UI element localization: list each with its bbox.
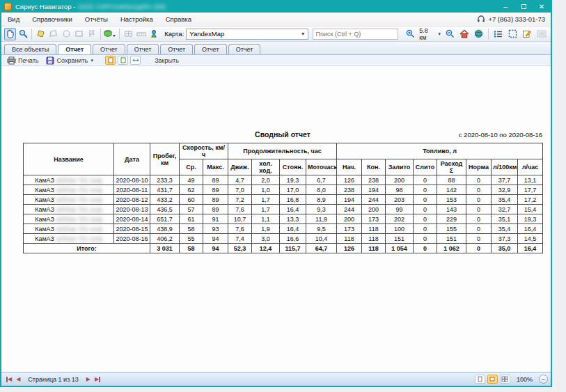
tab-active[interactable]: Отчет [58,44,91,54]
draw-rect-button[interactable] [73,28,84,40]
col-speed-max: Макс. [203,159,228,175]
map-select[interactable]: YandexMap ▼ [186,29,308,40]
selection-area-button[interactable] [506,28,519,40]
menu-item[interactable]: Вид [1,13,26,26]
value-cell: 37,3 [492,234,518,244]
value-cell: 89 [203,185,228,195]
total-label-cell: Итого: [24,244,150,253]
poi-button[interactable] [148,28,159,40]
col-fuel-start: Нач. [337,159,362,175]
value-cell: 19,3 [280,175,306,185]
value-cell: 89 [203,205,228,214]
tab[interactable]: Отчет [127,44,159,54]
toolbar-separator [100,29,101,40]
prev-page-button[interactable]: ◀ [16,376,20,382]
first-page-button[interactable]: ◀ [6,376,12,382]
table-row: КамАЗ а000ак 761 анф2020-08-13436,557897… [24,205,543,214]
value-cell: 203 [386,195,414,205]
value-cell: 4,7 [228,175,252,185]
value-cell: 6,7 [306,175,337,185]
value-cell: 433,2 [150,195,180,205]
map-scale-dropdown[interactable]: 5.8 км ▼ [419,27,441,41]
menu-item[interactable]: Справка [159,13,198,26]
tab[interactable]: Все объекты [4,44,56,54]
app-window: Сириус Навигатор - ООО «ОРГАНИЗАЦИЯ» (65… [0,0,552,387]
draw-circle-button[interactable] [61,28,72,40]
object-list-button[interactable] [492,28,505,40]
zoom-select-button[interactable] [17,28,29,40]
value-cell: 244 [362,195,386,205]
multi-page-view-button[interactable] [500,375,510,384]
value-cell: 0 [414,214,437,224]
close-report-button[interactable]: Закрыть [152,56,182,65]
menu-item[interactable]: Отчёты [79,13,114,26]
vehicle-plate-redacted: а000ак 761 анф [56,206,102,213]
value-cell: 99 [386,205,414,214]
edit-polygon-button[interactable] [35,28,46,40]
globe-button[interactable] [473,28,486,40]
value-cell: 32,7 [492,205,518,214]
total-value-cell: 115,7 [280,244,306,253]
page-layout-active-button[interactable] [105,56,116,65]
support-phone: +7 (863) 333-01-73 [488,15,545,23]
value-cell: 15,4 [518,205,543,214]
menu-items: ВидСправочникиОтчётыНастройкаСправка [1,13,198,26]
home-button[interactable] [458,28,471,40]
zoom-in-button[interactable] [404,28,418,40]
fit-page-button[interactable] [130,56,141,65]
col-fuel-per100: л/100км [492,159,518,175]
next-page-button[interactable]: ▶ [86,376,91,382]
draw-polygon-button[interactable] [48,28,59,40]
tab[interactable]: Отчет [228,44,261,54]
value-cell: 94 [203,234,228,244]
value-cell: 7,4 [228,234,252,244]
col-fuel-perhour: л/час [518,159,543,175]
ruler-button[interactable] [135,28,146,40]
zoom-out-button[interactable] [443,28,457,40]
total-value-cell: 52,3 [228,244,252,253]
print-button[interactable]: Печать [4,56,41,65]
value-cell: 7,0 [228,185,252,195]
screenshot-button[interactable] [535,28,548,40]
total-value-cell: 94 [203,244,228,253]
vehicle-plate-redacted: а000ак 761 анф [56,177,102,184]
col-fuel-norm: Норма [466,159,492,175]
fit-width-view-button[interactable] [487,375,498,384]
tab[interactable]: Отчет [93,44,125,54]
map-scale-value: 5.8 км [419,27,435,41]
search-input[interactable] [313,29,398,40]
close-button[interactable]: ✕ [533,0,551,13]
menu-item[interactable]: Настройка [114,13,159,26]
app-icon [4,3,12,10]
save-button[interactable]: Сохранить ▼ [43,56,97,65]
report-view: Сводный отчет с 2020-08-10 по 2020-08-16… [1,66,551,372]
value-cell: 406,2 [150,234,180,244]
tab[interactable]: Отчет [194,44,227,54]
value-cell: 89 [203,175,228,185]
value-cell: 60 [180,195,203,205]
track-grid-button[interactable] [123,28,134,40]
page-layout-button[interactable] [118,56,128,65]
single-page-view-button[interactable] [475,375,485,384]
value-cell: 438,9 [150,224,180,234]
value-cell: 16,4 [280,205,306,214]
tab[interactable]: Отчет [160,44,193,54]
value-cell: 14,5 [518,234,543,244]
minimize-button[interactable]: – [496,0,514,13]
maximize-button[interactable] [514,0,533,13]
value-cell: 7,6 [228,224,252,234]
edit-note-button[interactable] [521,28,534,40]
value-cell: 16,6 [280,234,306,244]
value-cell: 0 [466,214,492,224]
toolbar-separator [488,29,489,40]
zoom-out-slider-button[interactable]: − [539,375,548,384]
draw-route-button[interactable] [86,28,97,40]
value-cell: 9,3 [306,205,337,214]
value-cell: 10,7 [228,214,252,224]
last-page-button[interactable]: ▶ [95,376,100,382]
pan-hand-button[interactable] [4,28,16,40]
layers-dropdown-button[interactable] [104,28,116,40]
menu-item[interactable]: Справочники [26,13,79,26]
value-cell: 13,1 [518,175,543,185]
col-dur-parked: Стоян. [280,159,306,175]
